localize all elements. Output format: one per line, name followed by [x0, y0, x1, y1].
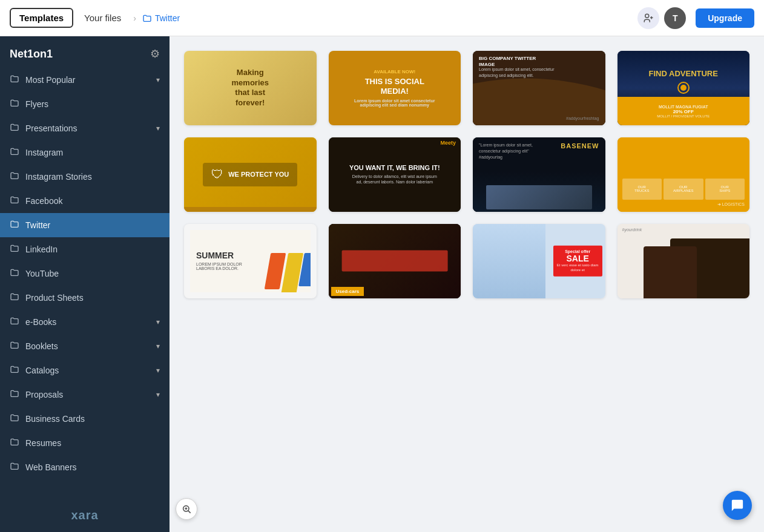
template-card[interactable]: Makingmemoriesthat lastforever!: [184, 51, 317, 125]
sidebar-item-label: Instagram: [25, 148, 160, 157]
sidebar-item-label: Booklets: [25, 341, 150, 351]
sidebar-item-label: Presentations: [25, 123, 150, 133]
xara-logo: xara: [0, 499, 170, 532]
sidebar-header: Net1on1 ⚙: [0, 36, 170, 68]
invite-button[interactable]: [637, 7, 659, 29]
sidebar-item-label: Proposals: [25, 390, 150, 399]
folder-icon: [10, 316, 19, 328]
chevron-down-icon: ▾: [156, 390, 160, 399]
app-layout: Net1on1 ⚙ Most Popular▾FlyersPresentatio…: [0, 36, 764, 532]
folder-icon: [10, 122, 19, 134]
sidebar-item-label: Most Popular: [25, 75, 150, 85]
folder-icon: [10, 146, 19, 159]
sidebar-item-catalogs[interactable]: Catalogs▾: [0, 358, 170, 383]
folder-icon: [10, 195, 19, 207]
sidebar-item-twitter[interactable]: Twitter: [0, 213, 170, 237]
sidebar-nav: Most Popular▾FlyersPresentations▾Instagr…: [0, 68, 170, 479]
sidebar-item-label: Instagram Stories: [25, 172, 160, 182]
template-card[interactable]: Special offer SALE Et verc esse et iusto…: [473, 224, 605, 298]
sidebar-item-label: Facebook: [25, 196, 160, 206]
breadcrumb-folder: Twitter: [142, 13, 180, 23]
sidebar-item-label: Web Banners: [25, 462, 160, 472]
sidebar: Net1on1 ⚙ Most Popular▾FlyersPresentatio…: [0, 36, 170, 532]
sidebar-item-resumes[interactable]: Resumes: [0, 431, 170, 455]
sidebar-item-label: Catalogs: [25, 366, 150, 375]
sidebar-item-web-banners[interactable]: Web Banners: [0, 455, 170, 479]
breadcrumb-separator: ›: [133, 13, 136, 23]
template-card[interactable]: BIG COMPANY TWITTERIMAGE Lorem ipsum dol…: [473, 51, 605, 125]
template-card[interactable]: OURTRUCKS OURAIRPLANES OURSHIPS ➜ LOGIST…: [617, 137, 750, 212]
templates-button[interactable]: Templates: [10, 8, 73, 28]
sidebar-item-booklets[interactable]: Booklets▾: [0, 334, 170, 358]
sidebar-item-most-popular[interactable]: Most Popular▾: [0, 68, 170, 92]
folder-icon: [10, 292, 19, 304]
folder-icon: [10, 364, 19, 376]
folder-icon: [10, 243, 19, 255]
template-card[interactable]: 🛡 WE PROTECT YOU: [184, 137, 317, 212]
sidebar-item-instagram[interactable]: Instagram: [0, 140, 170, 165]
sidebar-title: Net1on1: [10, 48, 53, 61]
template-card[interactable]: Used-cars: [329, 224, 461, 298]
sidebar-item-business-cards[interactable]: Business Cards: [0, 407, 170, 431]
user-avatar[interactable]: T: [664, 7, 686, 29]
folder-icon: [10, 171, 19, 183]
sidebar-item-ebooks[interactable]: e-Books▾: [0, 310, 170, 334]
main-content: Makingmemoriesthat lastforever! AVAILABL…: [170, 36, 764, 532]
folder-icon: [10, 413, 19, 425]
template-card[interactable]: SUMMER LOREM IPSUM DOLORLABORIS EA DOLOR…: [184, 224, 317, 298]
sidebar-item-flyers[interactable]: Flyers: [0, 92, 170, 116]
chevron-down-icon: ▾: [156, 366, 160, 375]
sidebar-item-label: Business Cards: [25, 414, 160, 424]
svg-point-0: [645, 14, 649, 18]
your-files-button[interactable]: Your files: [78, 9, 127, 27]
sidebar-item-proposals[interactable]: Proposals▾: [0, 383, 170, 407]
zoom-button[interactable]: [176, 498, 197, 520]
sidebar-item-product-sheets[interactable]: Product Sheets: [0, 286, 170, 310]
templates-grid: Makingmemoriesthat lastforever! AVAILABL…: [184, 51, 749, 298]
settings-button[interactable]: ⚙: [150, 47, 160, 61]
template-card[interactable]: MOLLIT MAGNA FUGIAT 20% OFF MOLLIT / PRO…: [617, 51, 750, 125]
sidebar-item-label: e-Books: [25, 317, 150, 327]
sidebar-item-label: Twitter: [25, 220, 160, 230]
sidebar-item-instagram-stories[interactable]: Instagram Stories: [0, 165, 170, 189]
template-card[interactable]: Meety YOU WANT IT, WE BRING IT! Delivery…: [329, 137, 461, 212]
svg-line-4: [188, 511, 191, 513]
template-card[interactable]: AVAILABLE NOW! THIS IS SOCIALMEDIA! Lore…: [329, 51, 461, 125]
header: Templates Your files › Twitter T Upgrade: [0, 0, 764, 36]
sidebar-item-youtube[interactable]: YouTube: [0, 261, 170, 286]
folder-icon: [10, 389, 19, 401]
template-card[interactable]: BASENEW "Lorem ipsum dolor sit amet,cons…: [473, 137, 605, 212]
chevron-down-icon: ▾: [156, 124, 160, 133]
folder-icon: [10, 74, 19, 86]
upgrade-button[interactable]: Upgrade: [696, 8, 754, 28]
chevron-down-icon: ▾: [156, 318, 160, 326]
sidebar-item-label: Product Sheets: [25, 293, 160, 303]
sidebar-item-label: Resumes: [25, 438, 160, 448]
chevron-down-icon: ▾: [156, 342, 160, 350]
folder-icon: [10, 98, 19, 110]
sidebar-item-label: LinkedIn: [25, 245, 160, 254]
sidebar-item-label: Flyers: [25, 99, 160, 109]
sidebar-item-facebook[interactable]: Facebook: [0, 189, 170, 213]
sidebar-item-linkedin[interactable]: LinkedIn: [0, 237, 170, 261]
sidebar-item-label: YouTube: [25, 269, 160, 278]
folder-icon: [10, 437, 19, 449]
folder-icon: [10, 461, 19, 473]
folder-icon: [10, 340, 19, 352]
chevron-down-icon: ▾: [156, 76, 160, 84]
folder-icon: [10, 268, 19, 280]
template-card[interactable]: #yourdrink: [617, 224, 750, 298]
folder-icon: [10, 219, 19, 231]
sidebar-item-presentations[interactable]: Presentations▾: [0, 116, 170, 140]
chat-button[interactable]: [723, 491, 752, 520]
